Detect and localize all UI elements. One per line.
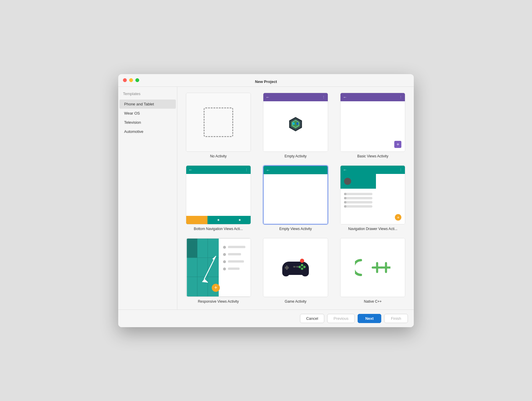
template-bottom-nav[interactable]: ← ⋮ <box>183 165 253 231</box>
no-activity-content <box>186 93 251 151</box>
footer: Cancel Previous Next Finish <box>118 309 414 327</box>
svg-rect-37 <box>296 266 299 268</box>
template-basic-views[interactable]: ← ⋮ + Basic Views Activity <box>338 93 408 158</box>
empty-activity-toolbar: ← ⋮ <box>263 93 328 101</box>
title-bar: New Project <box>118 74 414 87</box>
empty-views-label: Empty Views Activity <box>279 227 312 231</box>
empty-views-phone: ← <box>264 166 327 224</box>
game-activity-preview <box>263 238 328 297</box>
drawer-items <box>340 189 376 212</box>
nav-drawer-preview: ← ⋮ <box>340 165 405 224</box>
svg-text:+: + <box>214 284 217 290</box>
sidebar-item-wear-os[interactable]: Wear OS <box>119 109 176 118</box>
template-no-activity[interactable]: No Activity <box>183 93 253 158</box>
nav-drawer-overlay <box>340 174 376 224</box>
previous-button[interactable]: Previous <box>327 314 355 323</box>
empty-activity-body <box>263 101 328 151</box>
no-activity-label: No Activity <box>210 154 227 158</box>
template-empty-views[interactable]: ← Empty Views Activity <box>260 165 330 231</box>
back-arrow-icon: ← <box>266 95 270 100</box>
svg-point-21 <box>223 253 226 256</box>
hex-icon <box>288 116 303 132</box>
more-icon5: ⋮ <box>399 168 403 171</box>
nav-drawer-phone: ← ⋮ <box>340 166 405 224</box>
svg-rect-22 <box>228 253 241 255</box>
templates-grid: No Activity ← ⋮ <box>183 93 408 304</box>
empty-activity-phone: ← ⋮ <box>263 93 328 151</box>
new-project-dialog: New Project Templates Phone and Tablet W… <box>118 74 414 327</box>
basic-views-preview: ← ⋮ + <box>340 93 405 152</box>
template-native-cpp[interactable]: Native C++ <box>338 238 408 304</box>
nav-drawer-toolbar: ← ⋮ <box>340 166 405 174</box>
back-arrow-icon5: ← <box>343 167 347 172</box>
svg-rect-26 <box>228 268 239 270</box>
empty-views-preview: ← <box>263 165 328 224</box>
svg-point-19 <box>223 246 226 249</box>
nav-drawer-label: Navigation Drawer Views Acti... <box>348 227 398 231</box>
drawer-dot-1 <box>344 193 346 195</box>
fab-icon: + <box>394 141 401 148</box>
svg-point-35 <box>301 268 303 270</box>
basic-views-body: + <box>340 101 405 151</box>
cpp-preview-content <box>340 238 405 297</box>
svg-rect-24 <box>228 260 244 263</box>
svg-point-34 <box>299 266 301 268</box>
nav-dot-2 <box>218 219 219 221</box>
empty-views-toolbar: ← <box>264 166 327 174</box>
cpp-icon <box>355 256 390 279</box>
close-button[interactable] <box>123 78 127 82</box>
nav-dot-3 <box>239 219 241 221</box>
bottom-nav-body <box>186 174 251 216</box>
sidebar: Templates Phone and Tablet Wear OS Telev… <box>118 87 177 309</box>
game-activity-label: Game Activity <box>285 299 306 304</box>
drawer-dot-3 <box>344 201 346 203</box>
drawer-header <box>340 174 376 189</box>
minimize-button[interactable] <box>129 78 133 82</box>
more-icon2: ⋮ <box>399 95 403 99</box>
drawer-item-3 <box>344 201 372 203</box>
template-game-activity[interactable]: Game Activity <box>260 238 330 304</box>
maximize-button[interactable] <box>135 78 139 82</box>
sidebar-item-automotive[interactable]: Automotive <box>119 127 176 136</box>
drawer-avatar <box>344 178 351 185</box>
svg-point-23 <box>223 260 226 263</box>
drawer-item-1 <box>344 193 372 195</box>
nav-item-3 <box>229 216 251 224</box>
back-arrow-icon4: ← <box>266 168 270 172</box>
window-controls <box>123 78 139 82</box>
drawer-dot-4 <box>344 205 346 208</box>
template-empty-activity[interactable]: ← ⋮ <box>260 93 330 158</box>
bottom-nav-label: Bottom Navigation Views Acti... <box>194 227 243 231</box>
svg-point-32 <box>301 264 303 266</box>
templates-area: No Activity ← ⋮ <box>177 87 414 309</box>
next-button[interactable]: Next <box>358 314 381 323</box>
drawer-item-4 <box>344 205 372 208</box>
nav-drawer-body: + <box>340 174 405 224</box>
svg-point-38 <box>300 259 304 263</box>
basic-views-phone: ← ⋮ + <box>340 93 405 151</box>
main-content: Templates Phone and Tablet Wear OS Telev… <box>118 87 414 309</box>
responsive-views-label: Responsive Views Activity <box>198 299 239 304</box>
template-responsive-views[interactable]: + Responsive Views Activity <box>183 238 253 304</box>
native-cpp-label: Native C++ <box>364 299 382 304</box>
bottom-nav-phone: ← ⋮ <box>186 166 251 224</box>
drawer-item-2 <box>344 197 372 199</box>
more-icon: ⋮ <box>322 95 325 99</box>
native-cpp-preview <box>340 238 405 297</box>
drawer-dot-2 <box>344 197 346 199</box>
bottom-navigation-bar <box>186 216 251 224</box>
nav-item-2 <box>207 216 229 224</box>
cancel-button[interactable]: Cancel <box>300 314 324 323</box>
svg-rect-12 <box>187 239 197 258</box>
android-logo <box>288 116 303 133</box>
empty-views-body <box>264 174 327 224</box>
svg-point-33 <box>303 266 306 268</box>
gamepad-icon <box>281 257 310 278</box>
sidebar-item-television[interactable]: Television <box>119 118 176 127</box>
responsive-views-svg: + <box>186 238 251 297</box>
responsive-views-preview: + <box>186 238 251 297</box>
finish-button[interactable]: Finish <box>384 314 408 323</box>
template-nav-drawer[interactable]: ← ⋮ <box>338 165 408 231</box>
sidebar-item-phone-tablet[interactable]: Phone and Tablet <box>119 100 176 109</box>
basic-views-toolbar: ← ⋮ <box>340 93 405 101</box>
